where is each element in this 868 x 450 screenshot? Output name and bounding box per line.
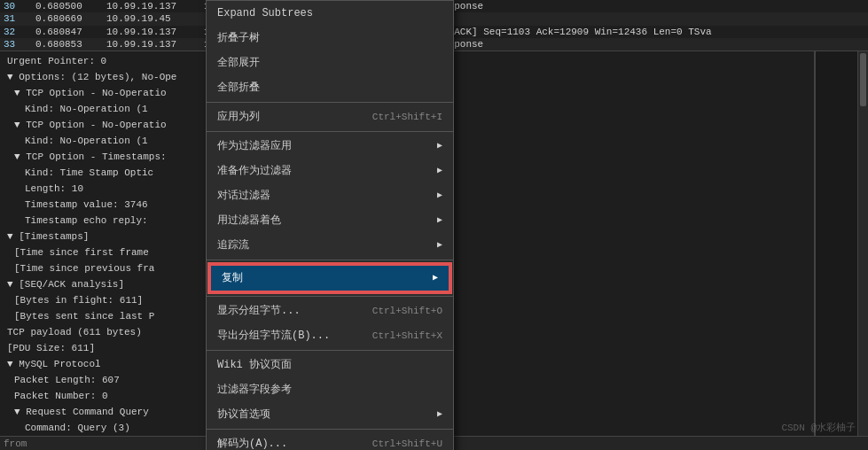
menu-shortcut: Ctrl+Shift+U	[372, 435, 442, 450]
menu-item-decode-as[interactable]: 解码为(A)... Ctrl+Shift+U	[207, 431, 453, 450]
context-menu: Expand Subtrees 折叠子树 全部展开 全部折叠 应用为列 Ctrl…	[206, 0, 454, 450]
menu-separator	[207, 429, 453, 430]
menu-label: 作为过滤器应用	[217, 137, 292, 155]
menu-label: 协议首选项	[217, 406, 270, 423]
menu-label: 显示分组字节...	[217, 302, 301, 320]
menu-shortcut: Ctrl+Shift+X	[372, 327, 442, 345]
menu-separator	[207, 260, 453, 260]
menu-item-copy[interactable]: 复制	[209, 264, 450, 292]
menu-label: 过滤器字段参考	[217, 381, 292, 399]
menu-separator	[207, 102, 453, 103]
menu-item-prepare-as-filter[interactable]: 准备作为过滤器	[207, 159, 453, 183]
menu-item-apply-as-column[interactable]: 应用为列 Ctrl+Shift+I	[207, 105, 453, 129]
menu-label: Wiki 协议页面	[217, 356, 292, 374]
menu-separator	[207, 296, 453, 297]
context-menu-overlay: Expand Subtrees 折叠子树 全部展开 全部折叠 应用为列 Ctrl…	[0, 0, 868, 450]
menu-label: Expand Subtrees	[217, 4, 313, 22]
menu-item-protocol-prefs[interactable]: 协议首选项	[207, 402, 453, 427]
menu-label: 解码为(A)...	[217, 435, 287, 450]
menu-label: 对话过滤器	[217, 187, 270, 205]
menu-item-collapse-subtree[interactable]: 折叠子树	[207, 26, 453, 50]
menu-item-collapse-all[interactable]: 全部折叠	[207, 75, 453, 100]
menu-item-colorize[interactable]: 用过滤器着色	[207, 208, 453, 233]
menu-shortcut: Ctrl+Shift+O	[372, 302, 442, 320]
menu-separator	[207, 131, 453, 132]
menu-label: 应用为列	[217, 108, 260, 126]
menu-item-follow[interactable]: 追踪流	[207, 233, 453, 258]
menu-label: 全部展开	[217, 54, 260, 72]
menu-item-export-packet-bytes[interactable]: 导出分组字节流(B)... Ctrl+Shift+X	[207, 323, 453, 348]
menu-item-expand-all[interactable]: 全部展开	[207, 50, 453, 75]
menu-item-show-packet-bytes[interactable]: 显示分组字节... Ctrl+Shift+O	[207, 299, 453, 323]
menu-item-expand-subtrees[interactable]: Expand Subtrees	[207, 1, 453, 26]
menu-label: 用过滤器着色	[217, 212, 281, 229]
menu-label: 导出分组字节流(B)...	[217, 327, 330, 345]
menu-separator	[207, 350, 453, 351]
menu-item-conversation-filter[interactable]: 对话过滤器	[207, 183, 453, 208]
menu-label: 折叠子树	[217, 29, 260, 47]
menu-label: 全部折叠	[217, 79, 260, 97]
menu-item-wiki[interactable]: Wiki 协议页面	[207, 353, 453, 377]
menu-label: 追踪流	[217, 237, 249, 254]
menu-item-filter-field-ref[interactable]: 过滤器字段参考	[207, 377, 453, 402]
menu-label: 准备作为过滤器	[217, 162, 292, 180]
menu-shortcut: Ctrl+Shift+I	[372, 108, 442, 126]
menu-item-apply-as-filter[interactable]: 作为过滤器应用	[207, 134, 453, 159]
menu-label: 复制	[222, 269, 243, 287]
